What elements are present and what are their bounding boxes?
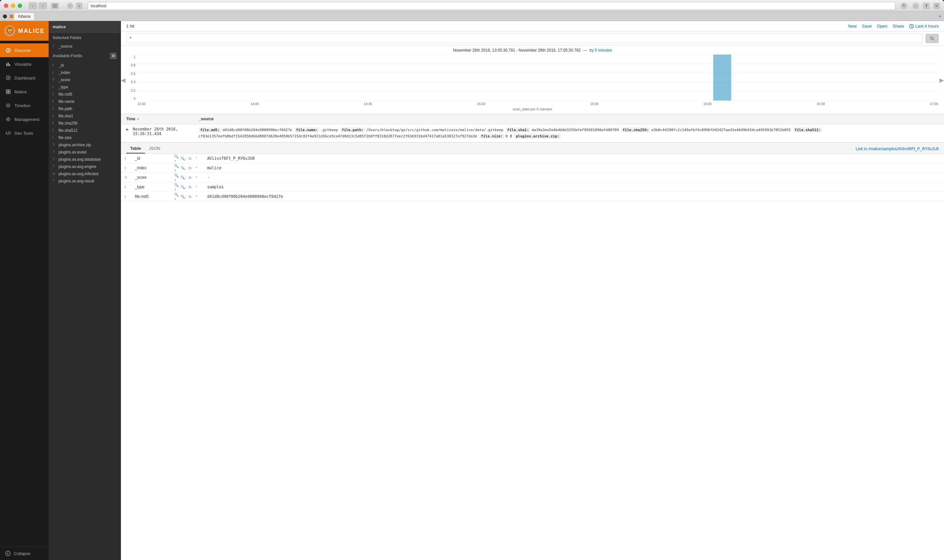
window-icon[interactable]: ⧉ [933, 3, 940, 9]
forward-button[interactable]: › [38, 2, 47, 9]
refresh-icon[interactable]: ↻ [901, 3, 907, 9]
source-column-header: _source [198, 117, 939, 121]
tab-json[interactable]: JSON [145, 144, 165, 154]
columns-icon-5[interactable]: ⧉ [188, 194, 193, 199]
sidebar-item-visualize[interactable]: Visualize [0, 57, 49, 71]
field-item-filesize[interactable]: tfile.size [49, 134, 121, 141]
magnify-plus-icon-3[interactable]: 🔍+ [174, 175, 180, 180]
by-minutes-link[interactable]: by 5 minutes [589, 48, 612, 52]
open-button[interactable]: Open [877, 24, 887, 29]
sidebar-item-timelion[interactable]: Timelion [0, 98, 49, 112]
detail-row-score: # _score 🔍+ 🔍- ⧉ * - [121, 173, 944, 182]
result-row-expand[interactable]: ▶ November 26th 2016, 15:26:31.434 file.… [121, 124, 944, 142]
chart-plot-area: 13:30 14:00 14:30 15:00 15:30 16:00 16:3… [137, 55, 939, 106]
detail-link[interactable]: Link to /malice/samples/AViivsf6Ft_P_RY6… [856, 146, 939, 151]
sidebar-item-management[interactable]: Management [0, 112, 49, 126]
chart-nav-left[interactable]: ◀ [121, 77, 126, 84]
magnify-plus-icon-2[interactable]: 🔍+ [174, 165, 180, 171]
sidebar-item-malice[interactable]: Malice [0, 85, 49, 98]
detail-value-type: samples [203, 182, 944, 192]
search-button[interactable] [926, 34, 939, 43]
asterisk-icon-3[interactable]: * [194, 175, 199, 180]
field-item-plugins-archive-zip[interactable]: ?plugins.archive.zip [49, 141, 121, 149]
selected-fields-section: Selected Fields [49, 33, 121, 43]
mac-titlebar: ‹ › i ≡ localhost ↻ ↓ ⬆ ⧉ [0, 0, 944, 12]
tab-table[interactable]: Table [126, 144, 145, 154]
field-item-plugins-av-avg-engine[interactable]: ?plugins.av.avg.engine [49, 163, 121, 170]
field-item-filepath[interactable]: tfile.path [49, 105, 121, 112]
asterisk-icon-4[interactable]: * [194, 185, 199, 190]
sidebar-item-devtools[interactable]: Dev Tools [0, 126, 49, 140]
result-source: file.md5: d41d8cd98f00b204e9800998ecf842… [198, 127, 939, 139]
field-item-plugins-av-avg-infected[interactable]: ◎plugins.av.avg.infected [49, 170, 121, 177]
detail-name-id: _id [131, 154, 170, 163]
share-button[interactable]: Share [893, 24, 904, 29]
svg-rect-2 [52, 7, 57, 8]
sidebar-item-discover[interactable]: Discover [0, 43, 49, 57]
sidebar-item-dashboard[interactable]: Dashboard [0, 71, 49, 85]
search-input[interactable] [126, 34, 923, 43]
available-fields-gear[interactable]: ⚙ [110, 52, 117, 59]
expand-icon[interactable]: ▶ [126, 128, 133, 131]
field-name-source: _source [58, 44, 73, 49]
reader-icon[interactable]: ≡ [76, 3, 83, 9]
asterisk-icon-2[interactable]: * [194, 165, 199, 171]
chart-nav-right[interactable]: ▶ [939, 77, 944, 84]
left-sidebar: 🦁 MALICE Discover Visualize [0, 21, 49, 560]
columns-icon-2[interactable]: ⧉ [188, 165, 193, 171]
field-item-type[interactable]: t_type [49, 83, 121, 91]
field-item-id[interactable]: t_id [49, 62, 121, 69]
main-content: 1 hit New Save Open Share Last 4 hours [121, 21, 944, 560]
maximize-button[interactable] [18, 4, 22, 8]
timelion-label: Timelion [14, 103, 31, 108]
chart-time-range: November 26th 2016, 13:05:30.781 - Novem… [126, 48, 939, 52]
magnify-plus-icon[interactable]: 🔍+ [174, 156, 180, 161]
share-icon[interactable]: ⬆ [923, 3, 930, 9]
new-tab-button[interactable]: + [938, 14, 941, 19]
field-panel: malice Selected Fields ? _source Availab… [49, 21, 121, 560]
minimize-button[interactable] [11, 4, 15, 8]
svg-rect-11 [9, 64, 10, 66]
magnify-minus-icon-2[interactable]: 🔍- [181, 165, 186, 171]
save-button[interactable]: Save [862, 24, 872, 29]
magnify-minus-icon-3[interactable]: 🔍- [181, 175, 186, 180]
field-item-filemd5[interactable]: tfile.md5 [49, 91, 121, 98]
svg-point-13 [8, 77, 9, 78]
discover-icon [5, 47, 11, 53]
field-item-source[interactable]: ? _source [49, 43, 121, 50]
download-icon[interactable]: ↓ [912, 3, 919, 9]
visualize-icon [5, 61, 11, 67]
svg-rect-16 [6, 92, 8, 94]
magnify-minus-icon-5[interactable]: 🔍- [181, 194, 186, 199]
field-item-filesha256[interactable]: tfile.sha256 [49, 120, 121, 127]
asterisk-icon[interactable]: * [194, 156, 199, 161]
magnify-plus-icon-4[interactable]: 🔍+ [174, 185, 180, 190]
field-item-plugins-av-avg-db[interactable]: ?plugins.av.avg.database [49, 156, 121, 163]
results-header: Time ▼ _source [121, 114, 944, 124]
columns-icon-3[interactable]: ⧉ [188, 175, 193, 180]
field-item-plugins-av-avg-result[interactable]: ?plugins.av.avg.result [49, 177, 121, 185]
asterisk-icon-5[interactable]: * [194, 194, 199, 199]
detail-value-index: malice [203, 163, 944, 173]
magnify-plus-icon-5[interactable]: 🔍+ [174, 194, 180, 199]
columns-icon-4[interactable]: ⧉ [188, 185, 193, 190]
time-range-button[interactable]: Last 4 hours [909, 24, 939, 29]
collapse-button[interactable]: Collapse [0, 546, 49, 560]
close-button[interactable] [4, 4, 8, 8]
field-item-filename[interactable]: tfile.name [49, 98, 121, 105]
field-item-score[interactable]: #_score [49, 76, 121, 83]
new-button[interactable]: New [848, 24, 856, 29]
svg-rect-10 [8, 62, 9, 66]
field-item-filesha1[interactable]: tfile.sha1 [49, 112, 121, 120]
magnify-minus-icon-4[interactable]: 🔍- [181, 185, 186, 190]
kibana-tab[interactable]: Kibana [14, 12, 34, 20]
x-axis-labels: 13:30 14:00 14:30 15:00 15:30 16:00 16:3… [137, 102, 939, 106]
field-item-filesha512[interactable]: tfile.sha512 [49, 127, 121, 134]
address-bar[interactable]: localhost [88, 2, 895, 10]
columns-icon[interactable]: ⧉ [188, 156, 193, 161]
field-item-index[interactable]: t_index [49, 69, 121, 76]
field-item-plugins-av-avast[interactable]: ?plugins.av.avast [49, 149, 121, 156]
back-button[interactable]: ‹ [29, 2, 37, 9]
magnify-minus-icon[interactable]: 🔍- [181, 156, 186, 161]
sidebar-toggle-button[interactable] [51, 3, 59, 9]
